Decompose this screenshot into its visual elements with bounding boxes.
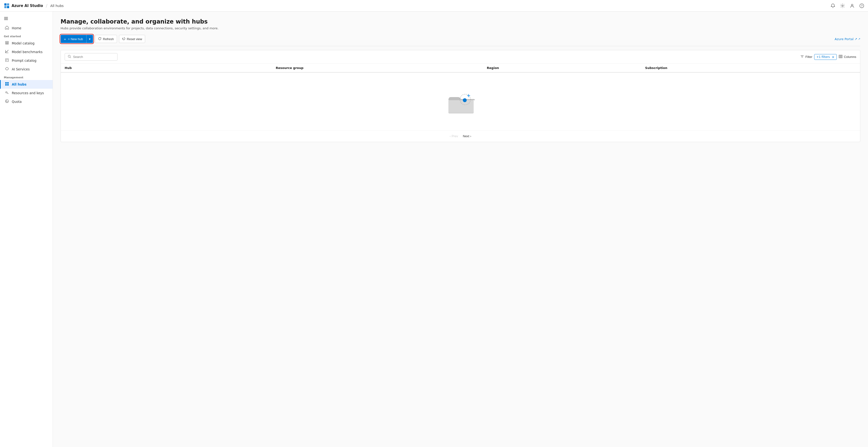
svg-rect-33 — [840, 55, 841, 58]
col-subscription: Subscription — [645, 66, 856, 70]
sidebar-ai-services-label: AI Services — [12, 67, 30, 71]
svg-point-24 — [6, 92, 7, 93]
svg-rect-22 — [5, 84, 7, 86]
new-hub-dropdown-button[interactable]: ▾ — [86, 35, 93, 43]
current-page-title: All hubs — [50, 4, 64, 8]
quota-icon — [5, 99, 9, 104]
sidebar-resources-keys-label: Resources and keys — [12, 91, 44, 95]
filter-badge: +1 filters × — [814, 54, 837, 60]
page-subtitle: Hubs provide collaboration environments … — [61, 26, 860, 30]
azure-portal-label: Azure Portal ↗ — [835, 37, 857, 41]
app-layout: Home Get started Model catalog — [0, 11, 868, 447]
sidebar-item-home[interactable]: Home — [0, 24, 53, 32]
filter-icon — [801, 55, 804, 59]
sidebar-prompt-catalog-label: Prompt catalog — [12, 59, 36, 62]
columns-label: Columns — [844, 55, 856, 59]
columns-icon — [839, 55, 842, 59]
columns-button[interactable]: Columns — [839, 55, 856, 59]
prompt-catalog-icon — [5, 58, 9, 63]
search-icon — [68, 55, 71, 59]
sidebar-item-prompt-catalog[interactable]: Prompt catalog — [0, 56, 53, 65]
management-section-label: Management — [0, 73, 53, 80]
sidebar-collapse-button[interactable] — [4, 17, 8, 22]
notification-icon-button[interactable] — [831, 3, 835, 8]
search-input[interactable] — [73, 55, 114, 59]
filter-svg — [801, 55, 804, 58]
next-chevron-icon: › — [470, 135, 471, 138]
svg-point-4 — [842, 5, 843, 6]
svg-rect-8 — [4, 17, 8, 18]
svg-rect-13 — [5, 44, 8, 44]
svg-rect-0 — [4, 3, 6, 5]
main-content: Manage, collaborate, and organize with h… — [53, 11, 868, 447]
sidebar-quota-label: Quota — [12, 100, 22, 103]
svg-rect-12 — [5, 42, 8, 43]
svg-rect-9 — [4, 18, 8, 19]
filter-button[interactable]: Filter — [801, 55, 812, 59]
model-benchmarks-icon — [5, 50, 9, 54]
filter-label: Filter — [805, 55, 812, 59]
model-catalog-svg — [5, 41, 9, 45]
prompt-catalog-svg — [5, 58, 9, 62]
ai-services-svg — [5, 67, 9, 71]
sidebar-home-label: Home — [12, 26, 21, 30]
svg-rect-11 — [5, 41, 8, 42]
svg-point-38 — [463, 98, 467, 102]
sidebar-item-model-benchmarks[interactable]: Model benchmarks — [0, 47, 53, 56]
svg-rect-32 — [839, 55, 840, 58]
account-icon-button[interactable] — [850, 3, 855, 8]
pagination: ‹ Prev Next › — [61, 130, 860, 142]
resources-keys-icon — [5, 91, 9, 95]
empty-state — [61, 72, 860, 130]
refresh-svg — [98, 37, 101, 40]
sidebar-item-ai-services[interactable]: AI Services — [0, 65, 53, 73]
all-hubs-icon — [5, 82, 9, 87]
quota-svg — [5, 99, 9, 103]
resources-keys-svg — [5, 91, 9, 94]
svg-rect-21 — [7, 82, 9, 84]
help-icon-button[interactable]: ? — [859, 3, 864, 8]
sidebar-item-model-catalog[interactable]: Model catalog — [0, 39, 53, 47]
reset-view-icon — [122, 37, 125, 41]
svg-rect-20 — [5, 82, 7, 84]
new-hub-label[interactable]: + + New hub — [61, 35, 86, 43]
azure-portal-link[interactable]: Azure Portal ↗ ↗ — [835, 37, 860, 41]
prev-page-button[interactable]: ‹ Prev — [450, 134, 458, 138]
refresh-button[interactable]: Refresh — [95, 35, 117, 43]
svg-point-26 — [5, 100, 9, 103]
svg-rect-2 — [4, 6, 6, 8]
filter-badge-text: +1 filters — [816, 55, 830, 59]
table-actions: Filter +1 filters × — [801, 54, 856, 60]
settings-icon-button[interactable] — [840, 3, 845, 8]
empty-folder-illustration — [444, 87, 477, 116]
sidebar-model-benchmarks-label: Model benchmarks — [12, 50, 42, 54]
new-hub-button[interactable]: + + New hub ▾ — [61, 35, 93, 43]
next-page-button[interactable]: Next › — [463, 134, 471, 138]
sidebar-item-all-hubs[interactable]: All hubs — [0, 80, 53, 89]
col-resource-group: Resource group — [276, 66, 487, 70]
external-link-icon: ↗ — [858, 37, 860, 41]
collapse-sidebar-icon — [4, 17, 8, 21]
help-icon: ? — [859, 3, 864, 8]
reset-view-button[interactable]: Reset view — [119, 35, 145, 43]
svg-marker-19 — [5, 67, 8, 70]
filter-badge-close[interactable]: × — [832, 55, 835, 59]
settings-icon — [840, 3, 845, 8]
search-svg — [68, 55, 71, 58]
svg-text:?: ? — [861, 4, 863, 8]
reset-view-label: Reset view — [127, 37, 142, 41]
topnav-right: ? — [831, 3, 864, 8]
columns-svg — [839, 55, 842, 58]
get-started-section-label: Get started — [0, 32, 53, 39]
home-svg — [5, 26, 9, 30]
sidebar-all-hubs-label: All hubs — [12, 83, 26, 86]
search-box[interactable] — [65, 53, 118, 61]
page-title: Manage, collaborate, and organize with h… — [61, 18, 860, 25]
sidebar-item-resources-keys[interactable]: Resources and keys — [0, 89, 53, 97]
table-search-row: Filter +1 filters × — [61, 50, 860, 64]
svg-rect-36 — [448, 100, 474, 113]
reset-view-svg — [122, 37, 125, 40]
sidebar-item-quota[interactable]: Quota — [0, 97, 53, 106]
sidebar-model-catalog-label: Model catalog — [12, 41, 35, 45]
svg-rect-16 — [5, 59, 8, 62]
